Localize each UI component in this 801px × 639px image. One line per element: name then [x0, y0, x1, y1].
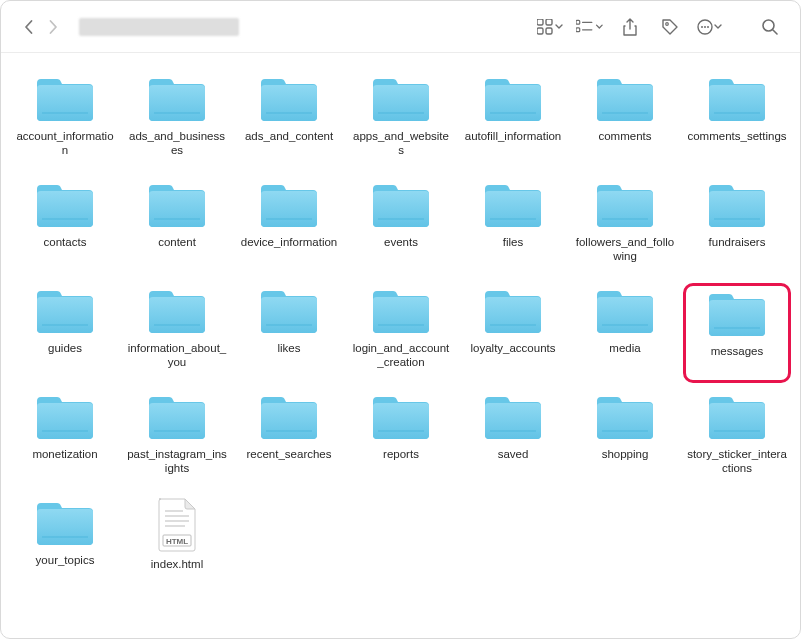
item-label: index.html — [151, 557, 203, 571]
svg-point-13 — [763, 20, 774, 31]
folder-icon — [481, 391, 545, 443]
item-account-information[interactable]: account_information — [11, 71, 119, 171]
item-label: login_and_account_creation — [351, 341, 451, 370]
item-guides[interactable]: guides — [11, 283, 119, 383]
folder-icon — [33, 285, 97, 337]
item-label: comments_settings — [687, 129, 786, 143]
folder-icon — [705, 288, 769, 340]
folder-icon — [33, 179, 97, 231]
item-monetization[interactable]: monetization — [11, 389, 119, 489]
item-label: apps_and_websites — [351, 129, 451, 158]
svg-rect-0 — [537, 19, 543, 25]
item-saved[interactable]: saved — [459, 389, 567, 489]
folder-icon — [481, 73, 545, 125]
item-login-and-account-creation[interactable]: login_and_account_creation — [347, 283, 455, 383]
svg-rect-1 — [546, 19, 552, 25]
item-apps-and-websites[interactable]: apps_and_websites — [347, 71, 455, 171]
back-button[interactable] — [17, 15, 41, 39]
share-button[interactable] — [616, 15, 644, 39]
item-label: messages — [711, 344, 763, 358]
svg-rect-5 — [576, 27, 580, 31]
item-label: events — [384, 235, 418, 249]
folder-icon — [33, 391, 97, 443]
item-label: ads_and_content — [245, 129, 333, 143]
svg-point-11 — [704, 26, 706, 28]
folder-icon — [33, 73, 97, 125]
item-likes[interactable]: likes — [235, 283, 343, 383]
item-label: your_topics — [36, 553, 95, 567]
item-device-information[interactable]: device_information — [235, 177, 343, 277]
item-label: contacts — [44, 235, 87, 249]
item-label: likes — [277, 341, 300, 355]
tag-icon — [661, 18, 679, 36]
item-label: story_sticker_interactions — [687, 447, 787, 476]
share-icon — [622, 18, 638, 36]
item-label: fundraisers — [709, 235, 766, 249]
folder-icon — [593, 285, 657, 337]
folder-icon — [257, 73, 321, 125]
item-ads-and-content[interactable]: ads_and_content — [235, 71, 343, 171]
item-label: saved — [498, 447, 529, 461]
item-messages[interactable]: messages — [683, 283, 791, 383]
group-by-icon — [576, 19, 604, 35]
item-followers-and-following[interactable]: followers_and_following — [571, 177, 679, 277]
item-reports[interactable]: reports — [347, 389, 455, 489]
item-comments-settings[interactable]: comments_settings — [683, 71, 791, 171]
html-file-icon: HTML — [151, 497, 203, 553]
item-label: followers_and_following — [575, 235, 675, 264]
more-button[interactable] — [696, 15, 724, 39]
folder-icon — [593, 391, 657, 443]
svg-point-8 — [666, 22, 669, 25]
folder-icon — [705, 179, 769, 231]
item-fundraisers[interactable]: fundraisers — [683, 177, 791, 277]
toolbar — [1, 1, 800, 53]
item-past-instagram-insights[interactable]: past_instagram_insights — [123, 389, 231, 489]
chevron-right-icon — [47, 19, 59, 35]
folder-icon — [145, 391, 209, 443]
item-label: ads_and_businesses — [127, 129, 227, 158]
item-shopping[interactable]: shopping — [571, 389, 679, 489]
folder-icon — [705, 391, 769, 443]
item-files[interactable]: files — [459, 177, 567, 277]
item-label: past_instagram_insights — [127, 447, 227, 476]
folder-icon — [369, 391, 433, 443]
tag-button[interactable] — [656, 15, 684, 39]
item-loyalty-accounts[interactable]: loyalty_accounts — [459, 283, 567, 383]
folder-icon — [257, 391, 321, 443]
folder-icon — [145, 73, 209, 125]
svg-point-10 — [701, 26, 703, 28]
item-content[interactable]: content — [123, 177, 231, 277]
folder-icon — [705, 73, 769, 125]
item-your-topics[interactable]: your_topics — [11, 495, 119, 595]
folder-icon — [369, 73, 433, 125]
item-label: information_about_you — [127, 341, 227, 370]
item-contacts[interactable]: contacts — [11, 177, 119, 277]
finder-window: account_information ads_and_businesses a… — [0, 0, 801, 639]
path-title-redacted — [79, 18, 239, 36]
folder-icon — [257, 285, 321, 337]
content-area: account_information ads_and_businesses a… — [1, 53, 800, 638]
item-label: media — [609, 341, 640, 355]
item-events[interactable]: events — [347, 177, 455, 277]
view-mode-button[interactable] — [536, 15, 564, 39]
search-button[interactable] — [756, 15, 784, 39]
item-recent-searches[interactable]: recent_searches — [235, 389, 343, 489]
item-label: recent_searches — [246, 447, 331, 461]
search-icon — [761, 18, 779, 36]
item-index-html[interactable]: HTML index.html — [123, 495, 231, 595]
folder-icon — [369, 179, 433, 231]
folder-icon — [257, 179, 321, 231]
folder-icon — [593, 179, 657, 231]
item-comments[interactable]: comments — [571, 71, 679, 171]
item-information-about-you[interactable]: information_about_you — [123, 283, 231, 383]
item-story-sticker-interactions[interactable]: story_sticker_interactions — [683, 389, 791, 489]
item-ads-and-businesses[interactable]: ads_and_businesses — [123, 71, 231, 171]
item-label: autofill_information — [465, 129, 562, 143]
group-by-button[interactable] — [576, 15, 604, 39]
item-label: content — [158, 235, 196, 249]
item-autofill-information[interactable]: autofill_information — [459, 71, 567, 171]
folder-icon — [33, 497, 97, 549]
forward-button[interactable] — [41, 15, 65, 39]
folder-icon — [369, 285, 433, 337]
item-media[interactable]: media — [571, 283, 679, 383]
